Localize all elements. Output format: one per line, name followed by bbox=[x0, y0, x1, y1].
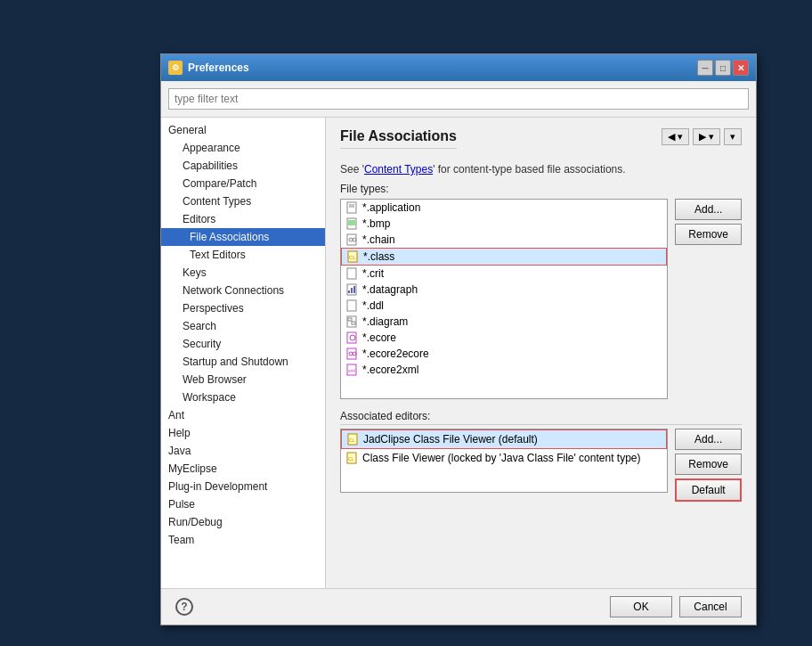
file-label: *.chain bbox=[362, 233, 395, 246]
file-item-bmp[interactable]: *.bmp bbox=[341, 216, 667, 232]
sidebar-item-plug-in-dev[interactable]: Plug-in Development bbox=[161, 478, 325, 495]
help-icon[interactable]: ? bbox=[175, 598, 193, 616]
file-label: *.ecore2ecore bbox=[362, 348, 429, 360]
file-label: *.bmp bbox=[362, 217, 390, 230]
sidebar-item-ant[interactable]: Ant bbox=[161, 406, 325, 424]
assoc-editors-list[interactable]: CL JadClipse Class File Viewer (default)… bbox=[340, 429, 668, 493]
svg-rect-14 bbox=[353, 286, 355, 293]
assoc-remove-button[interactable]: Remove bbox=[675, 454, 742, 475]
cancel-button[interactable]: Cancel bbox=[679, 596, 742, 617]
svg-text:CL: CL bbox=[349, 255, 356, 260]
nav-controls: ◀ ▾ ▶ ▾ ▾ bbox=[662, 128, 742, 145]
sidebar-item-pulse[interactable]: Pulse bbox=[161, 495, 325, 513]
file-types-buttons: Add... Remove bbox=[675, 199, 742, 399]
footer-buttons: OK Cancel bbox=[610, 596, 742, 617]
content-types-link[interactable]: Content Types bbox=[364, 163, 433, 176]
svg-rect-15 bbox=[347, 300, 356, 311]
ok-button[interactable]: OK bbox=[610, 596, 672, 617]
file-item-application[interactable]: *.application bbox=[341, 200, 667, 216]
file-label: *.ddl bbox=[362, 299, 384, 312]
assoc-item-jad[interactable]: CL JadClipse Class File Viewer (default) bbox=[341, 429, 667, 449]
sidebar-item-help[interactable]: Help bbox=[161, 424, 325, 442]
desc-prefix: See ' bbox=[340, 163, 364, 176]
sidebar-item-file-associations[interactable]: File Associations bbox=[161, 228, 325, 246]
sidebar-item-search[interactable]: Search bbox=[161, 317, 325, 335]
search-input[interactable] bbox=[168, 88, 749, 110]
sidebar-item-security[interactable]: Security bbox=[161, 335, 325, 353]
nav-back-button[interactable]: ◀ ▾ bbox=[662, 128, 689, 145]
dialog-body: General Appearance Capabilities Compare/… bbox=[161, 81, 756, 625]
sidebar-item-web-browser[interactable]: Web Browser bbox=[161, 371, 325, 388]
content-area: General Appearance Capabilities Compare/… bbox=[161, 118, 756, 588]
file-types-remove-button[interactable]: Remove bbox=[675, 224, 742, 245]
file-item-ddl[interactable]: *.ddl bbox=[341, 298, 667, 314]
sidebar-item-editors[interactable]: Editors bbox=[161, 210, 325, 228]
svg-text:CL: CL bbox=[349, 437, 355, 443]
dialog-footer: ? OK Cancel bbox=[161, 588, 756, 625]
sidebar-item-startup-shutdown[interactable]: Startup and Shutdown bbox=[161, 353, 325, 371]
file-label: *.crit bbox=[362, 267, 384, 280]
assoc-item-class-viewer[interactable]: CL Class File Viewer (locked by 'Java Cl… bbox=[341, 449, 667, 467]
sidebar-item-keys[interactable]: Keys bbox=[161, 264, 325, 282]
svg-rect-13 bbox=[351, 288, 353, 293]
sidebar-item-capabilities[interactable]: Capabilities bbox=[161, 157, 325, 175]
panel-description: See 'Content Types' for content-type bas… bbox=[340, 163, 742, 176]
file-types-label: File types: bbox=[340, 183, 742, 195]
sidebar-item-general[interactable]: General bbox=[161, 121, 325, 139]
svg-text:xml: xml bbox=[348, 368, 355, 373]
file-label: *.ecore bbox=[362, 331, 396, 344]
default-button[interactable]: Default bbox=[675, 478, 742, 502]
panel-title: File Associations bbox=[340, 128, 457, 149]
sidebar: General Appearance Capabilities Compare/… bbox=[161, 118, 326, 588]
sidebar-item-workspace[interactable]: Workspace bbox=[161, 388, 325, 406]
file-label: *.datagraph bbox=[362, 283, 418, 296]
file-item-ecore2xml[interactable]: xml *.ecore2xml bbox=[341, 362, 667, 378]
file-item-class[interactable]: CL *.class bbox=[341, 248, 667, 266]
close-button[interactable]: ✕ bbox=[733, 60, 749, 76]
assoc-editor-label: Class File Viewer (locked by 'Java Class… bbox=[362, 452, 640, 464]
sidebar-item-perspectives[interactable]: Perspectives bbox=[161, 299, 325, 317]
main-panel: File Associations ◀ ▾ ▶ ▾ ▾ See 'Content… bbox=[326, 118, 756, 588]
search-bar bbox=[161, 81, 756, 118]
titlebar-controls: ─ □ ✕ bbox=[697, 60, 749, 76]
file-label: *.class bbox=[363, 250, 394, 263]
desc-suffix: ' for content-type based file associatio… bbox=[433, 163, 625, 176]
titlebar-left: ⚙ Preferences bbox=[168, 61, 249, 75]
file-label: *.application bbox=[362, 201, 420, 214]
file-types-section: *.application *.bmp *.chain bbox=[340, 199, 742, 399]
file-label: *.diagram bbox=[362, 315, 408, 328]
sidebar-item-team[interactable]: Team bbox=[161, 531, 325, 549]
sidebar-item-run-debug[interactable]: Run/Debug bbox=[161, 513, 325, 531]
associated-editors-section: Associated editors: CL JadClipse Class F… bbox=[340, 410, 742, 502]
svg-rect-10 bbox=[347, 268, 356, 279]
maximize-button[interactable]: □ bbox=[715, 60, 731, 76]
sidebar-item-text-editors[interactable]: Text Editors bbox=[161, 246, 325, 264]
file-types-add-button[interactable]: Add... bbox=[675, 199, 742, 220]
file-item-ecore2ecore[interactable]: *.ecore2ecore bbox=[341, 346, 667, 362]
sidebar-item-compare-patch[interactable]: Compare/Patch bbox=[161, 175, 325, 192]
sidebar-item-java[interactable]: Java bbox=[161, 442, 325, 460]
svg-rect-4 bbox=[348, 220, 355, 225]
assoc-editors-label: Associated editors: bbox=[340, 410, 742, 425]
file-item-chain[interactable]: *.chain bbox=[341, 232, 667, 248]
file-label: *.ecore2xml bbox=[362, 364, 418, 376]
nav-forward-button[interactable]: ▶ ▾ bbox=[693, 128, 720, 145]
file-types-container: *.application *.bmp *.chain bbox=[340, 199, 668, 399]
file-item-crit[interactable]: *.crit bbox=[341, 266, 667, 282]
sidebar-item-appearance[interactable]: Appearance bbox=[161, 139, 325, 157]
assoc-buttons: Add... Remove Default bbox=[675, 429, 742, 502]
dialog-titlebar: ⚙ Preferences ─ □ ✕ bbox=[161, 54, 756, 81]
file-item-diagram[interactable]: *.diagram bbox=[341, 314, 667, 330]
nav-menu-button[interactable]: ▾ bbox=[724, 128, 742, 145]
file-list[interactable]: *.application *.bmp *.chain bbox=[341, 200, 667, 398]
svg-rect-0 bbox=[347, 202, 356, 213]
sidebar-item-network-connections[interactable]: Network Connections bbox=[161, 282, 325, 299]
svg-rect-12 bbox=[348, 290, 350, 293]
file-item-datagraph[interactable]: *.datagraph bbox=[341, 282, 667, 298]
sidebar-item-content-types[interactable]: Content Types bbox=[161, 192, 325, 210]
minimize-button[interactable]: ─ bbox=[697, 60, 713, 76]
sidebar-item-myeclipse[interactable]: MyEclipse bbox=[161, 460, 325, 478]
assoc-add-button[interactable]: Add... bbox=[675, 429, 742, 450]
file-item-ecore[interactable]: *.ecore bbox=[341, 330, 667, 346]
assoc-editors-row: CL JadClipse Class File Viewer (default)… bbox=[340, 429, 742, 502]
